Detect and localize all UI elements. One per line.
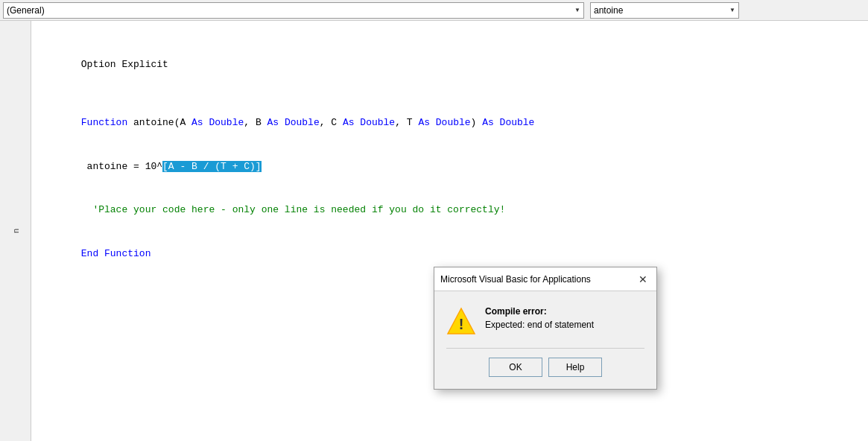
svg-text:!: ! (459, 316, 464, 332)
code-token-paren: ) (471, 117, 483, 128)
code-token-comma1: , (244, 117, 256, 128)
code-token-as2: As Double (262, 117, 320, 128)
compile-error-detail: Expected: end of statement (485, 320, 594, 330)
code-token-as5: As Double (482, 117, 534, 128)
code-line-assignment: antoine = 10^[A - B / (T + C)] (46, 145, 861, 188)
code-token-end: End Function (81, 248, 151, 259)
code-line-func-decl: Function antoine(A As Double, B As Doubl… (46, 101, 861, 145)
help-button[interactable]: Help (548, 358, 602, 377)
warning-icon: ! (446, 306, 476, 336)
sidebar-label: n (11, 229, 20, 233)
context-dropdown-label: (General) (7, 5, 45, 16)
code-line-comment: 'Place your code here - only one line is… (46, 188, 861, 232)
code-token-c: C (331, 117, 337, 128)
dialog-body: ! Compile error: Expected: end of statem… (434, 291, 656, 389)
dialog-close-button[interactable]: ✕ (636, 272, 650, 287)
dialog-buttons: OK Help (446, 358, 644, 377)
main-area: n Option Explicit Function antoine(A As … (0, 21, 868, 441)
code-line-blank1 (46, 28, 861, 43)
code-token-as3: As Double (337, 117, 395, 128)
code-token-comma3: , (395, 117, 407, 128)
dialog-text-area: Compile error: Expected: end of statemen… (485, 306, 594, 330)
code-line-option-explicit: Option Explicit (46, 43, 861, 87)
code-line-blank2 (46, 86, 861, 101)
procedure-dropdown[interactable]: antoine ▼ (590, 2, 739, 19)
context-dropdown-arrow: ▼ (574, 7, 580, 13)
code-token-b: B (256, 117, 262, 128)
dialog-divider (446, 348, 644, 349)
code-token-as4: As Double (413, 117, 471, 128)
code-token-funcname: antoine( (127, 117, 180, 128)
code-token-t: T (407, 117, 413, 128)
left-sidebar: n (0, 21, 31, 441)
code-editor[interactable]: Option Explicit Function antoine(A As Do… (31, 21, 868, 441)
dialog-titlebar: Microsoft Visual Basic for Applications … (434, 267, 656, 291)
code-token-function: Function (81, 117, 127, 128)
procedure-dropdown-arrow: ▼ (729, 7, 735, 13)
code-token-highlighted: [A - B / (T + C)] (162, 161, 262, 172)
dialog-message-row: ! Compile error: Expected: end of statem… (446, 306, 594, 336)
code-token-comment: 'Place your code here - only one line is… (81, 204, 506, 215)
dialog-title: Microsoft Visual Basic for Applications (440, 274, 591, 285)
compile-error-label: Compile error: (485, 306, 594, 317)
code-token-antoine-assign: antoine = 10^ (81, 161, 162, 172)
ok-button[interactable]: OK (489, 358, 542, 377)
code-token-comma2: , (320, 117, 332, 128)
context-dropdown[interactable]: (General) ▼ (3, 2, 584, 19)
code-token: Option Explicit (81, 59, 168, 70)
code-token-as1: As Double (186, 117, 244, 128)
procedure-dropdown-label: antoine (594, 5, 623, 16)
toolbar: (General) ▼ antoine ▼ (0, 0, 868, 21)
error-dialog: Microsoft Visual Basic for Applications … (434, 267, 657, 390)
